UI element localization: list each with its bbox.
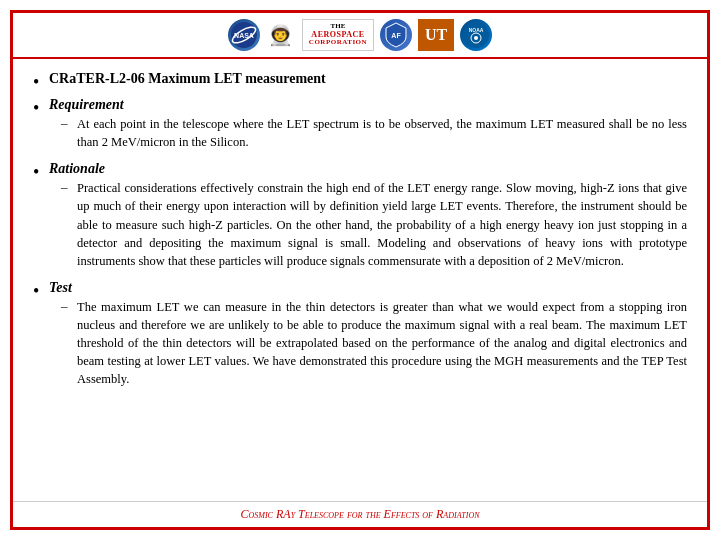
- header-logos: NASA 👨‍🚀 THE AEROSPACE CORPORATION AF: [228, 19, 492, 51]
- noaa-logo: NOAA: [460, 19, 492, 51]
- bullet-item-3: • Rationale – Practical considerations e…: [33, 161, 687, 274]
- svg-text:NOAA: NOAA: [469, 27, 484, 33]
- footer-adiation: adiation: [443, 507, 479, 521]
- main-content: • CRaTER-L2-06 Maximum LET measurement •…: [13, 59, 707, 501]
- footer-bar: Cosmic RAy Telescope for the Effects of …: [13, 501, 707, 527]
- footer-e: E: [384, 507, 391, 521]
- bullet-title-3: Rationale: [49, 161, 687, 177]
- svg-text:NASA: NASA: [234, 32, 254, 39]
- sub-item-2-1: – At each point in the telescope where t…: [61, 115, 687, 151]
- bullet-title-4: Test: [49, 280, 687, 296]
- bullet-item-2: • Requirement – At each point in the tel…: [33, 97, 687, 155]
- bullet-marker-2: •: [33, 99, 49, 117]
- footer-text: Cosmic RAy Telescope for the Effects of …: [240, 507, 479, 522]
- sub-text-4-1: The maximum LET we can measure in the th…: [77, 298, 687, 389]
- header-bar: NASA 👨‍🚀 THE AEROSPACE CORPORATION AF: [13, 13, 707, 59]
- bullet-content-2: Requirement – At each point in the teles…: [49, 97, 687, 155]
- sub-text-3-1: Practical considerations effectively con…: [77, 179, 687, 270]
- sub-item-3-1: – Practical considerations effectively c…: [61, 179, 687, 270]
- svg-point-4: [463, 22, 489, 48]
- bullet-title-1: CRaTER-L2-06 Maximum LET measurement: [49, 71, 687, 87]
- figure-logo: 👨‍🚀: [266, 19, 296, 51]
- footer-for: for the: [347, 507, 384, 521]
- footer-t: T: [298, 507, 305, 521]
- nasa-logo: NASA: [228, 19, 260, 51]
- aerospace-logo: THE AEROSPACE CORPORATION: [302, 19, 374, 51]
- slide-container: NASA 👨‍🚀 THE AEROSPACE CORPORATION AF: [10, 10, 710, 530]
- footer-ra: RA: [276, 507, 291, 521]
- footer-osmic: osmic: [249, 507, 276, 521]
- bullet-marker-1: •: [33, 73, 49, 91]
- ut-logo: UT: [418, 19, 454, 51]
- bullet-marker-4: •: [33, 282, 49, 300]
- footer-ffects: ffects of: [391, 507, 436, 521]
- svg-text:AF: AF: [391, 32, 401, 39]
- bullet-content-4: Test – The maximum LET we can measure in…: [49, 280, 687, 393]
- bullet-content-3: Rationale – Practical considerations eff…: [49, 161, 687, 274]
- bullet-marker-3: •: [33, 163, 49, 181]
- bullet-item-1: • CRaTER-L2-06 Maximum LET measurement: [33, 71, 687, 91]
- footer-c: C: [240, 507, 248, 521]
- bullet-title-2: Requirement: [49, 97, 687, 113]
- emblem-logo: AF: [380, 19, 412, 51]
- bullet-content-1: CRaTER-L2-06 Maximum LET measurement: [49, 71, 687, 89]
- dash-2-1: –: [61, 115, 77, 131]
- dash-4-1: –: [61, 298, 77, 314]
- dash-3-1: –: [61, 179, 77, 195]
- sub-item-4-1: – The maximum LET we can measure in the …: [61, 298, 687, 389]
- footer-y: y: [291, 507, 298, 521]
- svg-point-7: [474, 36, 478, 40]
- footer-elescope: elescope: [305, 507, 347, 521]
- bullet-item-4: • Test – The maximum LET we can measure …: [33, 280, 687, 393]
- sub-text-2-1: At each point in the telescope where the…: [77, 115, 687, 151]
